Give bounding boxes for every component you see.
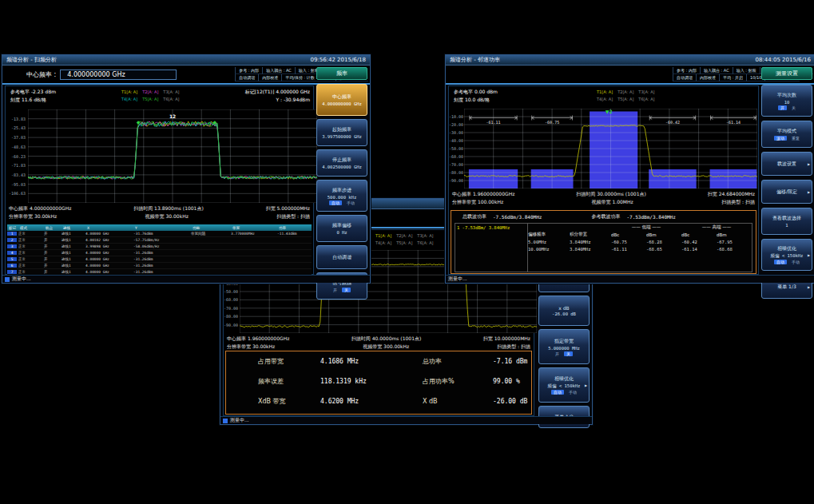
ref-carrier-power-label: 参考载波功率: [591, 213, 620, 220]
trace-label: T2[A: A]: [142, 89, 158, 94]
display-area: 12◆◆ 参考电平 -2.23 dBm刻度 11.6 dB/格T1[A: A]T…: [5, 85, 314, 275]
softkey-average-count[interactable]: 平均次数10开关: [761, 85, 812, 117]
marker-cell: -31.26dBm: [132, 257, 189, 261]
softkey-toggle: 滚动重复: [774, 136, 800, 141]
softkey-value: 频偏 < 150kHz: [548, 383, 581, 389]
toggle-option[interactable]: 手动: [569, 390, 577, 395]
status-field: 参考 : 内部: [673, 67, 700, 74]
obw-results-panel: 占用带宽4.1686 MHz总功率-7.16 dBm频率误差118.1319 k…: [225, 351, 532, 415]
chart-info: 扫描时间 30.0000ms (1001点): [576, 191, 646, 198]
softkey-value: 频偏 < 150kHz: [771, 253, 804, 259]
marker-cell: 4.00000 GHz: [84, 251, 132, 255]
toggle-option[interactable]: 关: [792, 105, 796, 110]
chart-info: 视频带宽 1.00MHz: [592, 199, 633, 206]
softkey-label: 指定带宽: [554, 338, 574, 345]
softkey-label: 相噪优化: [777, 245, 796, 252]
trace-marker: ◆: [213, 119, 217, 125]
softkey-label: 平均模式: [777, 128, 796, 135]
center-freq-field[interactable]: 中心频率 : 4.000000000 GHz: [26, 69, 177, 80]
trace-label: T3[A: A]: [163, 89, 179, 94]
status-bar: 测量中...: [446, 275, 814, 283]
y-axis-label: -80.00: [224, 314, 237, 319]
toggle-option[interactable]: 自动: [329, 200, 342, 205]
toggle-option[interactable]: 自动: [551, 390, 564, 395]
status-bar: 测量中...: [220, 416, 592, 424]
marker-table-row[interactable]: 2正常开迹线14.00102 GHz-57.75dBm/Hz: [7, 237, 312, 244]
marker-table-row[interactable]: 3正常开迹线13.99898 GHz-58.06dBm/Hz: [7, 244, 312, 250]
scale-label: 刻度 10.0 dB/格: [454, 96, 498, 104]
softkey-start-frequency[interactable]: 起始频率3.997500000 GHz: [316, 119, 367, 146]
marker-cell: 4.00000 GHz: [84, 264, 132, 268]
chart-info: 中心频率 4.000000000GHz: [9, 205, 71, 212]
status-field: 输入 : 射频: [733, 67, 760, 74]
softkey-frequency-step[interactable]: 频率步进500.000 kHz自动手动: [316, 180, 367, 212]
marker-cell: 正常: [17, 238, 42, 242]
softkey-stop-frequency[interactable]: 停止频率4.002500000 GHz: [316, 149, 367, 177]
column-header: 标记: [7, 226, 18, 230]
low-side-label: —— 低端 ——: [611, 224, 681, 231]
softkey-value: 4.002500000 GHz: [322, 165, 362, 169]
trace-label: T2[A: A]: [396, 233, 412, 238]
y-axis-label: -83.43: [6, 173, 26, 177]
chart-info: 视频带宽 300.00kHz: [363, 343, 409, 351]
softkey-label: 菜单 1/3: [777, 284, 796, 291]
chart-info: 中心频率 1.960000000GHz: [227, 335, 289, 343]
softkey-center-frequency[interactable]: 中心频率4.000000000 GHz: [316, 84, 367, 116]
acp-value: -61.11: [611, 247, 646, 252]
menu-header[interactable]: 测量设置: [761, 67, 812, 80]
toggle-option[interactable]: 开: [778, 105, 787, 110]
marker-cell: 正常: [17, 232, 42, 236]
marker-table-row[interactable]: 1正常开迹线14.00000 GHz-31.76dBm带宽间隔3.770000M…: [7, 231, 312, 237]
softkey-average-mode[interactable]: 平均模式滚动重复: [761, 121, 812, 148]
toggle-option[interactable]: 关: [564, 351, 573, 356]
chart-info-row: 分辨率带宽 100.00kHz视频带宽 1.00MHz扫描类型 : 扫描: [452, 199, 755, 206]
column-header: Y: [133, 226, 191, 230]
carrier-list[interactable]: 1 -7.53dBm/ 3.840MHz: [455, 223, 528, 272]
softkey-auto-tune[interactable]: 自动调谐: [316, 245, 367, 269]
acp-value: -60.42: [681, 240, 717, 244]
softkey-offset-limit[interactable]: 偏移/限定▶: [761, 180, 812, 204]
marker-table-row[interactable]: 5正常开迹线14.00000 GHz-31.26dBm: [7, 256, 312, 263]
toggle-option[interactable]: 自动: [774, 260, 787, 264]
submenu-arrow-icon: ▶: [808, 253, 810, 257]
chart-info: 扫描类型 : 扫描: [276, 213, 310, 220]
marker-cell: 3.99898 GHz: [84, 244, 132, 248]
trace-label: T4[A: A]: [121, 97, 137, 101]
status-text: 测量中...: [448, 276, 467, 283]
y-axis-label: -30.00: [449, 130, 462, 135]
title-bar[interactable]: 频谱分析 - 邻道功率 08:44:05 2015/6/16: [446, 55, 814, 65]
toggle-option[interactable]: 重复: [792, 136, 800, 141]
toggle-option[interactable]: 开: [555, 351, 559, 356]
menu-header[interactable]: 频率: [316, 67, 367, 80]
toggle-option[interactable]: 关: [342, 288, 351, 292]
softkey-view-carrier-select[interactable]: 查看载波选择1: [761, 208, 812, 235]
toggle-option[interactable]: 滚动: [774, 136, 787, 141]
softkey-x-db[interactable]: x dB-26.00 dB: [538, 296, 590, 326]
softkey-frequency-offset[interactable]: 频率偏移0 Hz: [316, 215, 367, 242]
toggle-option[interactable]: 手动: [792, 260, 800, 264]
softkey-toggle: 开关: [555, 351, 573, 356]
acp-group-header: —— 低端 ———— 高端 ——: [528, 224, 752, 231]
chart-info: 视频带宽 30.00kHz: [145, 213, 189, 220]
softkey-value: 1: [785, 223, 788, 228]
title-bar[interactable]: 频谱分析 - 扫频分析 09:56:42 2015/6/18: [2, 55, 370, 65]
marker-cell: 4.00102 GHz: [84, 238, 132, 242]
marker-cell: 迹线1: [60, 238, 84, 242]
toggle-option[interactable]: 开: [333, 288, 337, 292]
softkey-value: 5.000000 MHz: [548, 346, 580, 351]
softkey-toggle: 自动手动: [329, 200, 355, 205]
marker-table-row[interactable]: 6正常开迹线14.00000 GHz-31.26dBm: [7, 263, 312, 269]
marker-table-row[interactable]: 4正常开迹线14.00000 GHz-31.26dBm: [7, 250, 312, 256]
softkey-carrier-setup[interactable]: 载波设置▶: [761, 152, 812, 176]
center-freq-label: 中心频率 :: [26, 70, 56, 79]
acp-value: -68.68: [717, 247, 752, 252]
window-title: 频谱分析 - 扫频分析: [6, 56, 57, 64]
acp-value: 3.840MHz: [570, 240, 611, 244]
softkey-phase-noise-opt[interactable]: 相噪优化频偏 < 150kHz自动手动▶: [538, 367, 590, 403]
marker-cell: 迹线1: [60, 232, 84, 236]
softkey-specified-bandwidth[interactable]: 指定带宽5.000000 MHz开关: [538, 329, 590, 364]
softkey-phase-noise-opt[interactable]: 相噪优化频偏 < 150kHz自动手动▶: [761, 239, 812, 271]
toggle-option[interactable]: 手动: [347, 200, 355, 205]
column-header: dBm: [717, 232, 752, 237]
center-freq-value[interactable]: 4.000000000 GHz: [60, 69, 177, 80]
